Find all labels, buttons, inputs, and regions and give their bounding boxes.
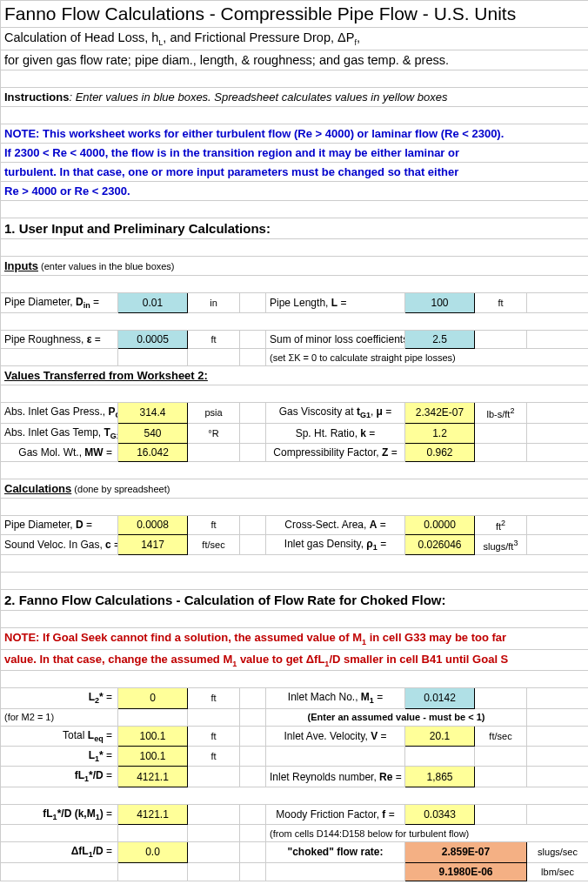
note-blue-1: NOTE: This worksheet works for either tu…	[1, 124, 589, 143]
pipe-diam-ft-unit: ft	[188, 516, 240, 535]
note-blue-3: turbulent. In that case, one or more inp…	[1, 162, 589, 181]
pipe-roughness-input[interactable]: 0.0005	[118, 331, 188, 349]
l2-value: 0	[118, 688, 188, 708]
abs-temp-value: 540	[118, 423, 188, 443]
pipe-roughness-label: Pipe Roughness, ε =	[1, 331, 118, 349]
inlet-dens-value: 0.026046	[405, 534, 475, 554]
note-red-1: NOTE: If Goal Seek cannot find a solutio…	[1, 628, 589, 650]
sum-minor-input[interactable]: 2.5	[405, 331, 475, 349]
pipe-diameter-input[interactable]: 0.01	[118, 292, 188, 312]
moody-value: 0.0343	[405, 804, 475, 824]
sound-vel-unit: ft/sec	[188, 534, 240, 554]
pipe-length-unit: ft	[475, 292, 527, 312]
choked-value-2: 9.1980E-06	[405, 862, 527, 881]
choked-label: "choked" flow rate:	[266, 842, 405, 862]
gas-visc-unit: lb-s/ft2	[475, 403, 527, 423]
l2-label: L2* =	[1, 688, 118, 708]
fl1d-km-value: 4121.1	[118, 804, 188, 824]
choked-unit-1: slugs/sec	[527, 842, 589, 862]
moody-note: (from cells D144:D158 below for turbulen…	[266, 825, 589, 842]
inlet-dens-unit: slugs/ft3	[475, 534, 527, 554]
choked-unit-2: lbm/sec	[527, 862, 589, 881]
note-blue-4: Re > 4000 or Re < 2300.	[1, 181, 589, 200]
calcs-subhead: Calculations (done by spreadsheet)	[1, 479, 589, 499]
choked-value-1: 2.859E-07	[405, 842, 527, 862]
pipe-diam-ft-value: 0.0008	[118, 516, 188, 535]
inputs-subhead: Inputs (enter values in the blue boxes)	[1, 256, 589, 275]
l1-unit: ft	[188, 747, 240, 767]
pipe-length-label: Pipe Length, L =	[266, 292, 405, 312]
fl1d-label: fL1*/D =	[1, 767, 118, 787]
inlet-vel-label: Inlet Ave. Velocity, V =	[266, 726, 405, 746]
sum-minor-note: (set ΣK = 0 to calculate straight pipe l…	[266, 349, 589, 366]
page-title: Fanno Flow Calculations - Compressible P…	[1, 1, 589, 28]
sound-vel-label: Sound Veloc. In Gas, c =	[1, 534, 118, 554]
abs-press-label: Abs. Inlet Gas Press., PG1 =	[1, 403, 118, 423]
m1-label: Inlet Mach No., M1 =	[266, 688, 405, 708]
abs-press-value: 314.4	[118, 403, 188, 423]
instructions: Instructions: Enter values in blue boxes…	[1, 87, 589, 106]
transferred-subhead: Values Transferred from Worksheet 2:	[1, 366, 589, 385]
cross-sect-label: Cross-Sect. Area, A =	[266, 516, 405, 535]
total-leq-value: 100.1	[118, 726, 188, 746]
pipe-diameter-label: Pipe Diameter, Din =	[1, 292, 118, 312]
l1-label: L1* =	[1, 747, 118, 767]
reynolds-value: 1,865	[405, 767, 475, 787]
mol-wt-label: Gas Mol. Wt., MW =	[1, 444, 118, 462]
total-leq-unit: ft	[188, 726, 240, 746]
reynolds-label: Inlet Reynolds number, Re =	[266, 767, 405, 787]
pipe-diameter-unit: in	[188, 292, 240, 312]
enter-assumed-note: (Enter an assumed value - must be < 1)	[266, 708, 527, 726]
inlet-vel-unit: ft/sec	[475, 726, 527, 746]
note-blue-2: If 2300 < Re < 4000, the flow is in the …	[1, 143, 589, 162]
sp-ht-label: Sp. Ht. Ratio, k =	[266, 423, 405, 443]
pipe-roughness-unit: ft	[188, 331, 240, 349]
moody-label: Moody Friction Factor, f =	[266, 804, 405, 824]
pipe-length-input[interactable]: 100	[405, 292, 475, 312]
sum-minor-label: Sum of minor loss coefficients, ΣK =	[266, 331, 405, 349]
cross-sect-value: 0.0000	[405, 516, 475, 535]
fl1d-km-label: fL1*/D (k,M1) =	[1, 804, 118, 824]
note-red-2: value. In that case, change the assumed …	[1, 649, 589, 671]
m1-input[interactable]: 0.0142	[405, 688, 475, 708]
abs-press-unit: psia	[188, 403, 240, 423]
abs-temp-unit: °R	[188, 423, 240, 443]
subtitle-1: Calculation of Head Loss, hL, and Fricti…	[1, 28, 589, 50]
gas-visc-value: 2.342E-07	[405, 403, 475, 423]
fl1d-value: 4121.1	[118, 767, 188, 787]
for-m2-note: (for M2 = 1)	[1, 708, 118, 726]
mol-wt-value: 16.042	[118, 444, 188, 462]
subtitle-2: for given gas flow rate; pipe diam., len…	[1, 50, 589, 70]
comp-factor-value: 0.962	[405, 444, 475, 462]
delta-fl1d-value: 0.0	[118, 842, 188, 862]
total-leq-label: Total Leq =	[1, 726, 118, 746]
delta-fl1d-label: ΔfL1/D =	[1, 842, 118, 862]
cross-sect-unit: ft2	[475, 516, 527, 535]
sp-ht-value: 1.2	[405, 423, 475, 443]
l2-unit: ft	[188, 688, 240, 708]
inlet-vel-value: 20.1	[405, 726, 475, 746]
sound-vel-value: 1417	[118, 534, 188, 554]
section-2-header: 2. Fanno Flow Calculations - Calculation…	[1, 590, 589, 611]
comp-factor-label: Compressibility Factor, Z =	[266, 444, 405, 462]
inlet-dens-label: Inlet gas Density, ρ1 =	[266, 534, 405, 554]
pipe-diam-ft-label: Pipe Diameter, D =	[1, 516, 118, 535]
abs-temp-label: Abs. Inlet Gas Temp, TG1 =	[1, 423, 118, 443]
l1-value: 100.1	[118, 747, 188, 767]
gas-visc-label: Gas Viscosity at tG1, μ =	[266, 403, 405, 423]
section-1-header: 1. User Input and Preliminary Calculatio…	[1, 218, 589, 238]
